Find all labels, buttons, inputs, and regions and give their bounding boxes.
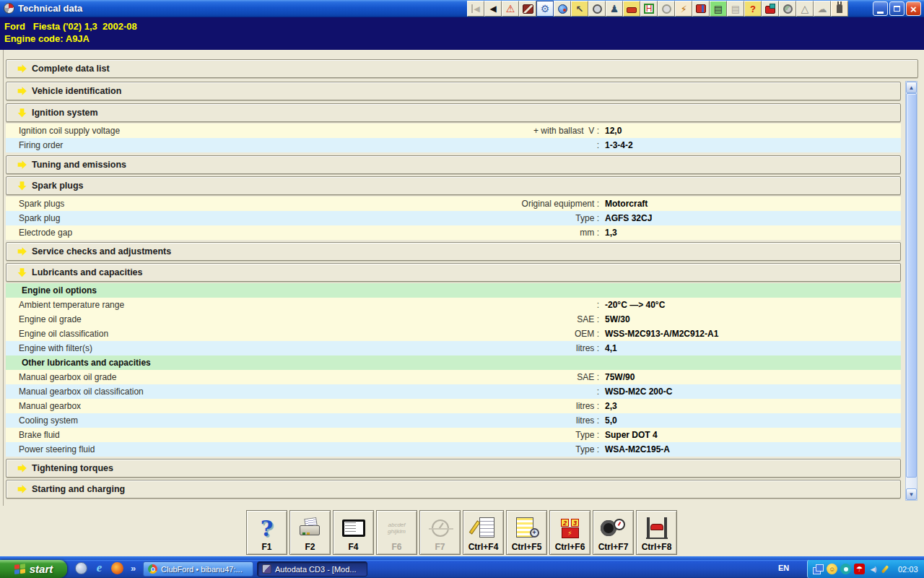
section-tuning-and-emissions[interactable]: Tuning and emissions bbox=[6, 155, 901, 174]
task-label: ClubFord • bibanu47:... bbox=[161, 565, 243, 574]
car-lift-button[interactable]: Ctrl+F8 bbox=[636, 510, 677, 555]
search-document-button[interactable]: + Ctrl+F5 bbox=[506, 510, 547, 555]
fkey-label: Ctrl+F8 bbox=[637, 542, 676, 552]
body-diagram-icon[interactable] bbox=[606, 1, 623, 17]
row-value: WSS-M2C913-A/M2C912-A1 bbox=[605, 329, 718, 339]
windows-logo-icon bbox=[14, 564, 26, 575]
door-trim-icon[interactable] bbox=[519, 1, 536, 17]
data-row: Engine oil grade SAE : 5W/30 bbox=[6, 312, 901, 327]
expand-arrow-icon bbox=[17, 464, 27, 473]
data-row: Firing order : 1-3-4-2 bbox=[6, 138, 901, 152]
printer-icon[interactable] bbox=[710, 1, 727, 17]
scroll-up-icon[interactable]: ▲ bbox=[906, 82, 917, 93]
start-button[interactable]: start bbox=[0, 560, 67, 578]
ignition-system-rows: Ignition coil supply voltage + with ball… bbox=[6, 124, 901, 152]
row-value: WSA-M2C195-A bbox=[605, 444, 670, 454]
taskbar-clock: 02:03 bbox=[898, 565, 918, 574]
firing-order-button[interactable]: 23 ⚡ Ctrl+F6 bbox=[549, 510, 590, 555]
internet-explorer-icon[interactable]: e bbox=[93, 562, 105, 574]
scroll-down-icon[interactable]: ▼ bbox=[906, 488, 917, 500]
updater-icon[interactable] bbox=[881, 564, 892, 574]
vertical-scrollbar[interactable]: ▲ ▼ bbox=[905, 81, 918, 501]
section-service-checks[interactable]: Service checks and adjustments bbox=[6, 242, 901, 261]
engine-firing-icon[interactable] bbox=[762, 1, 779, 17]
antivirus-umbrella-icon[interactable] bbox=[854, 564, 865, 574]
messenger-smiley-icon[interactable] bbox=[827, 564, 837, 574]
warning-triangle-icon[interactable] bbox=[502, 1, 519, 17]
data-row: Power steering fluid Type : WSA-M2C195-A bbox=[6, 442, 901, 457]
help-button[interactable]: ? F1 bbox=[246, 510, 287, 555]
screen-icon bbox=[334, 514, 373, 543]
data-row: Manual gearbox oil classification : WSD-… bbox=[6, 384, 901, 399]
top-toolbar bbox=[467, 1, 848, 17]
tyre-gauge-icon bbox=[593, 514, 633, 543]
section-label: Complete data list bbox=[32, 64, 110, 74]
row-unit: Type : bbox=[6, 213, 599, 223]
fkey-label: F6 bbox=[377, 542, 417, 552]
app-icon bbox=[4, 3, 14, 14]
spark-plug-icon[interactable] bbox=[675, 1, 692, 17]
quick-launch-overflow-icon[interactable]: » bbox=[131, 563, 136, 574]
fkey-label: F2 bbox=[290, 542, 330, 552]
section-vehicle-identification[interactable]: Vehicle identification bbox=[6, 82, 901, 100]
scrollbar-thumb[interactable] bbox=[906, 93, 917, 478]
tyre-gauge-button[interactable]: Ctrl+F7 bbox=[593, 510, 634, 555]
engine-grey-icon[interactable] bbox=[814, 1, 831, 17]
expand-arrow-icon bbox=[17, 247, 27, 256]
restore-button[interactable] bbox=[889, 1, 905, 16]
row-value: 4,1 bbox=[605, 343, 617, 353]
hoist-icon[interactable] bbox=[640, 1, 658, 17]
row-unit: : bbox=[6, 387, 599, 397]
function-bar: ? F1 F2 F4 abcdefghijklm F6 F7 bbox=[246, 510, 677, 555]
print-button[interactable]: F2 bbox=[289, 510, 331, 555]
data-panel: Complete data list Vehicle identificatio… bbox=[0, 50, 924, 506]
car-lift-icon bbox=[637, 514, 676, 543]
row-value: 5,0 bbox=[605, 415, 617, 426]
messenger-teal-icon[interactable] bbox=[840, 564, 851, 574]
connector-plug-icon[interactable] bbox=[831, 1, 848, 17]
section-spark-plugs[interactable]: Spark plugs bbox=[6, 176, 901, 195]
section-label: Ignition system bbox=[32, 108, 98, 118]
wheel-icon[interactable] bbox=[588, 1, 606, 17]
section-tightening-torques[interactable]: Tightening torques bbox=[6, 459, 901, 478]
section-ignition-system[interactable]: Ignition system bbox=[6, 103, 901, 122]
taskbar-task-autodata[interactable]: Autodata CD3 - [Mod... bbox=[257, 561, 367, 577]
show-desktop-icon[interactable] bbox=[75, 562, 87, 574]
fkey-label: F1 bbox=[247, 542, 287, 552]
row-unit: litres : bbox=[6, 343, 599, 353]
close-button[interactable] bbox=[906, 1, 921, 16]
volume-icon[interactable] bbox=[868, 564, 879, 574]
firing-order-icon: 23 ⚡ bbox=[550, 514, 590, 543]
language-indicator[interactable]: EN bbox=[778, 564, 789, 572]
abs-warning-icon[interactable] bbox=[796, 1, 814, 17]
fkey-label: Ctrl+F4 bbox=[463, 542, 503, 552]
minimize-button[interactable] bbox=[873, 1, 888, 16]
expand-arrow-icon bbox=[17, 87, 27, 96]
section-starting-and-charging[interactable]: Starting and charging bbox=[6, 480, 901, 499]
edit-note-button[interactable]: Ctrl+F4 bbox=[463, 510, 504, 555]
lubricants-rows: Engine oil options Ambient temperature r… bbox=[6, 283, 901, 457]
vehicle-model: Ford Fiesta ('02) 1,3 2002-08 bbox=[4, 20, 924, 33]
firefox-icon[interactable] bbox=[111, 562, 123, 574]
tow-assist-icon[interactable] bbox=[744, 1, 762, 17]
nav-first-icon[interactable] bbox=[467, 1, 484, 17]
service-mouse-icon[interactable] bbox=[571, 1, 588, 17]
service-gauge-icon[interactable] bbox=[779, 1, 796, 17]
screen-button[interactable]: F4 bbox=[333, 510, 374, 555]
taskbar-task-clubford[interactable]: ClubFord • bibanu47:... bbox=[143, 561, 253, 577]
row-unit: SAE : bbox=[6, 372, 599, 382]
data-row: Brake fluid Type : Super DOT 4 bbox=[6, 428, 901, 442]
row-unit: Type : bbox=[6, 444, 599, 454]
vehicle-lift-icon[interactable] bbox=[623, 1, 640, 17]
network-monitors-icon[interactable] bbox=[813, 564, 824, 574]
help-question-icon: ? bbox=[247, 514, 287, 543]
data-row: Electrode gap mm : 1,3 bbox=[6, 225, 901, 240]
section-lubricants[interactable]: Lubricants and capacities bbox=[6, 263, 901, 282]
globe-icon[interactable] bbox=[554, 1, 571, 17]
window-title: Technical data bbox=[18, 3, 82, 14]
nav-back-icon[interactable] bbox=[484, 1, 502, 17]
technical-data-icon[interactable] bbox=[536, 1, 554, 17]
subsection-title: Other lubricants and capacities bbox=[22, 358, 151, 368]
section-complete-data-list[interactable]: Complete data list bbox=[6, 59, 918, 78]
fuel-system-icon[interactable] bbox=[692, 1, 710, 17]
